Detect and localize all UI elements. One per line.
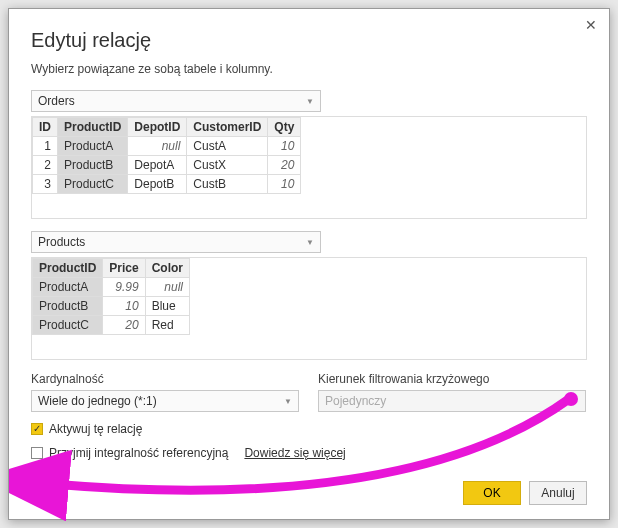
cell: 1 bbox=[33, 137, 58, 156]
table2-select[interactable]: Products ▼ bbox=[31, 231, 321, 253]
table-row[interactable]: 2ProductBDepotACustX20 bbox=[33, 156, 301, 175]
table2-select-value: Products bbox=[38, 235, 85, 249]
dialog-subtitle: Wybierz powiązane ze sobą tabele i kolum… bbox=[31, 62, 587, 76]
table-row[interactable]: ProductB10Blue bbox=[33, 297, 190, 316]
column-header[interactable]: ProductID bbox=[58, 118, 128, 137]
cell: 10 bbox=[268, 175, 301, 194]
dialog-title: Edytuj relację bbox=[31, 29, 587, 52]
cell: ProductA bbox=[58, 137, 128, 156]
activate-relationship-checkbox[interactable]: ✓ bbox=[31, 423, 43, 435]
column-header[interactable]: ID bbox=[33, 118, 58, 137]
cancel-button[interactable]: Anuluj bbox=[529, 481, 587, 505]
cell: ProductA bbox=[33, 278, 103, 297]
referential-integrity-label: Przyjmij integralność referencyjną bbox=[49, 446, 228, 460]
cell: 3 bbox=[33, 175, 58, 194]
column-header[interactable]: Color bbox=[145, 259, 189, 278]
table1-select-value: Orders bbox=[38, 94, 75, 108]
close-icon[interactable]: ✕ bbox=[585, 17, 597, 33]
cell: Blue bbox=[145, 297, 189, 316]
table-row[interactable]: 3ProductCDepotBCustB10 bbox=[33, 175, 301, 194]
edit-relationship-dialog: ✕ Edytuj relację Wybierz powiązane ze so… bbox=[8, 8, 610, 520]
cell: 2 bbox=[33, 156, 58, 175]
cell: ProductC bbox=[33, 316, 103, 335]
activate-relationship-label: Aktywuj tę relację bbox=[49, 422, 142, 436]
ok-button[interactable]: OK bbox=[463, 481, 521, 505]
filter-direction-label: Kierunek filtrowania krzyżowego bbox=[318, 372, 587, 386]
cell: Red bbox=[145, 316, 189, 335]
filter-direction-value: Pojedynczy bbox=[325, 394, 386, 408]
cell: 10 bbox=[103, 297, 145, 316]
column-header[interactable]: Price bbox=[103, 259, 145, 278]
cell: CustA bbox=[187, 137, 268, 156]
cell: null bbox=[128, 137, 187, 156]
cell: ProductB bbox=[58, 156, 128, 175]
column-header[interactable]: CustomerID bbox=[187, 118, 268, 137]
cardinality-label: Kardynalność bbox=[31, 372, 300, 386]
cell: DepotA bbox=[128, 156, 187, 175]
cell: 20 bbox=[103, 316, 145, 335]
table-row[interactable]: ProductC20Red bbox=[33, 316, 190, 335]
cell: 9.99 bbox=[103, 278, 145, 297]
table2-grid: ProductIDPriceColorProductA9.99nullProdu… bbox=[31, 257, 587, 360]
column-header[interactable]: DepotID bbox=[128, 118, 187, 137]
filter-direction-select[interactable]: Pojedynczy ▼ bbox=[318, 390, 586, 412]
cell: ProductB bbox=[33, 297, 103, 316]
cell: CustX bbox=[187, 156, 268, 175]
cell: 10 bbox=[268, 137, 301, 156]
learn-more-link[interactable]: Dowiedz się więcej bbox=[244, 446, 345, 460]
referential-integrity-checkbox[interactable] bbox=[31, 447, 43, 459]
table1-grid: IDProductIDDepotIDCustomerIDQty1ProductA… bbox=[31, 116, 587, 219]
cell: null bbox=[145, 278, 189, 297]
table-row[interactable]: 1ProductAnullCustA10 bbox=[33, 137, 301, 156]
table-row[interactable]: ProductA9.99null bbox=[33, 278, 190, 297]
column-header[interactable]: Qty bbox=[268, 118, 301, 137]
cell: 20 bbox=[268, 156, 301, 175]
cardinality-select[interactable]: Wiele do jednego (*:1) ▼ bbox=[31, 390, 299, 412]
cell: CustB bbox=[187, 175, 268, 194]
cardinality-value: Wiele do jednego (*:1) bbox=[38, 394, 157, 408]
column-header[interactable]: ProductID bbox=[33, 259, 103, 278]
cell: ProductC bbox=[58, 175, 128, 194]
chevron-down-icon: ▼ bbox=[306, 97, 314, 106]
table1-select[interactable]: Orders ▼ bbox=[31, 90, 321, 112]
cell: DepotB bbox=[128, 175, 187, 194]
chevron-down-icon: ▼ bbox=[571, 397, 579, 406]
chevron-down-icon: ▼ bbox=[306, 238, 314, 247]
chevron-down-icon: ▼ bbox=[284, 397, 292, 406]
